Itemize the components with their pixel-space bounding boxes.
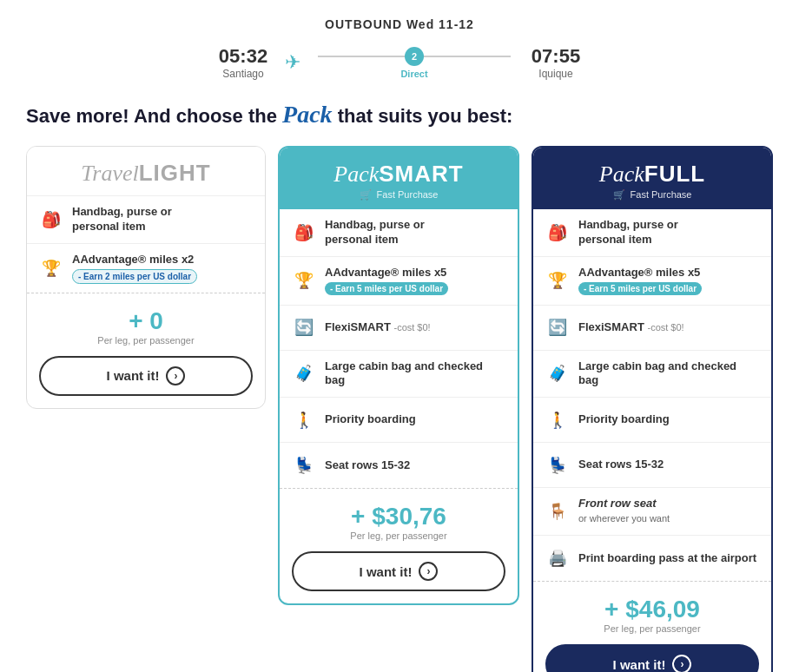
- priority-icon-full: 🚶: [545, 408, 570, 432]
- handbag-icon-full: 🎒: [545, 221, 570, 245]
- handbag-text-smart: Handbag, purse orpersonal item: [325, 218, 425, 247]
- card-light-header: TravelLIGHT: [27, 147, 265, 196]
- seats-text-smart: Seat rows 15-32: [325, 458, 410, 473]
- card-full-features: 🎒 Handbag, purse orpersonal item 🏆 AAdva…: [533, 209, 771, 581]
- miles-badge-smart: - Earn 5 miles per US dollar: [325, 282, 448, 295]
- priority-text-full: Priority boarding: [578, 412, 670, 427]
- card-light: TravelLIGHT 🎒 Handbag, purse orpersonal …: [26, 146, 266, 409]
- miles-icon-smart: 🏆: [292, 268, 316, 293]
- departure-city: Santiago: [208, 68, 278, 80]
- card-full-fast-purchase: 🛒 Fast Purchase: [547, 189, 757, 201]
- flexi-cost-full: -cost $0!: [647, 322, 683, 333]
- cards-container: TravelLIGHT 🎒 Handbag, purse orpersonal …: [17, 146, 782, 672]
- page-header: OUTBOUND Wed 11-12: [17, 17, 782, 31]
- feature-priority-smart: 🚶 Priority boarding: [280, 398, 518, 443]
- card-smart-features: 🎒 Handbag, purse orpersonal item 🏆 AAdva…: [280, 209, 518, 488]
- card-smart-btn-arrow: ›: [419, 562, 438, 581]
- card-full: PackFULL 🛒 Fast Purchase 🎒 Handbag, purs…: [532, 146, 773, 672]
- card-full-btn[interactable]: I want it! ›: [545, 644, 759, 672]
- boarding-pass-text-full: Print boarding pass at the airport: [578, 551, 756, 566]
- card-light-btn[interactable]: I want it! ›: [39, 356, 253, 396]
- card-full-btn-arrow: ›: [672, 655, 691, 672]
- seats-icon-smart: 💺: [292, 453, 316, 478]
- feature-bag-smart: 🧳 Large cabin bag and checked bag: [280, 351, 518, 399]
- promo-text-after: that suits you best:: [333, 105, 513, 127]
- feature-handbag-full: 🎒 Handbag, purse orpersonal item: [533, 209, 771, 257]
- arrival-city: Iquique: [521, 68, 591, 80]
- promo-text-before: Save more! And choose the: [26, 105, 282, 127]
- card-light-price-sub: Per leg, per passenger: [39, 335, 253, 346]
- seats-text-full: Seat rows 15-32: [578, 458, 664, 472]
- fast-purchase-icon-smart: 🛒: [360, 189, 372, 200]
- card-light-btn-label: I want it!: [107, 368, 160, 383]
- bag-text-smart: Large cabin bag and checked bag: [325, 359, 505, 389]
- outbound-title: OUTBOUND Wed 11-12: [325, 17, 474, 31]
- boarding-pass-icon-full: 🖨️: [545, 546, 570, 570]
- flexi-text-full: FlexiSMART -cost $0!: [578, 320, 684, 335]
- card-full-title: PackFULL: [547, 160, 757, 188]
- feature-seats-smart: 💺 Seat rows 15-32: [280, 443, 518, 488]
- flexi-icon-smart: 🔄: [292, 315, 316, 339]
- card-full-price-sub: Per leg, per passenger: [545, 623, 759, 634]
- promo-heading: Save more! And choose the Pack that suit…: [17, 101, 782, 128]
- feature-handbag-smart: 🎒 Handbag, purse orpersonal item: [280, 209, 518, 257]
- feature-priority-full: 🚶 Priority boarding: [533, 398, 771, 443]
- feature-flexi-full: 🔄 FlexiSMART -cost $0!: [533, 306, 771, 351]
- flight-info: 05:32 Santiago ✈ 2 Direct 07:55 Iquique: [17, 45, 782, 80]
- feature-flexi-smart: 🔄 FlexiSMART -cost $0!: [280, 306, 518, 351]
- feature-frontrow-full: 🪑 Front row seat or wherever you want: [533, 488, 771, 536]
- feature-miles-light: 🏆 AAdvantage® miles x2 - Earn 2 miles pe…: [27, 244, 265, 293]
- miles-badge-full: - Earn 5 miles per US dollar: [578, 282, 702, 295]
- miles-badge-light: - Earn 2 miles per US dollar: [72, 269, 197, 284]
- card-smart-title: PackSMART: [294, 160, 504, 188]
- miles-text-smart: AAdvantage® miles x5 - Earn 5 miles per …: [325, 266, 448, 296]
- card-smart-fast-purchase: 🛒 Fast Purchase: [294, 189, 504, 201]
- card-smart-header: PackSMART 🛒 Fast Purchase: [280, 148, 518, 209]
- promo-pack-word: Pack: [282, 101, 333, 128]
- miles-icon-full: 🏆: [545, 268, 570, 293]
- frontrow-icon-full: 🪑: [545, 499, 570, 524]
- card-light-title: TravelLIGHT: [41, 159, 251, 187]
- feature-boarding-pass-full: 🖨️ Print boarding pass at the airport: [533, 536, 771, 581]
- handbag-text-light: Handbag, purse orpersonal item: [72, 205, 172, 234]
- stops-dot: 2: [405, 47, 424, 66]
- fast-purchase-icon-full: 🛒: [613, 189, 625, 200]
- feature-handbag-light: 🎒 Handbag, purse orpersonal item: [27, 196, 265, 244]
- frontrow-italic: Front row seat: [578, 497, 657, 510]
- flight-line: 2 Direct: [318, 47, 511, 79]
- feature-miles-full: 🏆 AAdvantage® miles x5 - Earn 5 miles pe…: [533, 257, 771, 306]
- card-full-footer: + $46,09 Per leg, per passenger I want i…: [533, 581, 771, 672]
- arrival-block: 07:55 Iquique: [521, 45, 591, 80]
- direct-label: Direct: [400, 69, 427, 79]
- flexi-text-smart: FlexiSMART -cost $0!: [325, 320, 431, 335]
- card-smart-btn-label: I want it!: [360, 564, 413, 579]
- arrival-time: 07:55: [521, 45, 591, 68]
- feature-bag-full: 🧳 Large cabin bag and checked bag: [533, 351, 771, 399]
- card-light-price: + 0: [39, 307, 253, 335]
- line-left: [318, 56, 405, 57]
- handbag-text-full: Handbag, purse orpersonal item: [578, 218, 678, 247]
- frontrow-sub: or wherever you want: [578, 513, 670, 524]
- line-right: [424, 56, 511, 57]
- card-light-features: 🎒 Handbag, purse orpersonal item 🏆 AAdva…: [27, 196, 265, 293]
- card-smart-price-sub: Per leg, per passenger: [292, 530, 505, 541]
- card-full-price: + $46,09: [545, 596, 759, 623]
- card-light-btn-arrow: ›: [166, 366, 185, 385]
- seats-icon-full: 💺: [545, 453, 570, 478]
- card-smart: PackSMART 🛒 Fast Purchase 🎒 Handbag, pur…: [278, 146, 519, 605]
- card-full-header: PackFULL 🛒 Fast Purchase: [533, 148, 771, 209]
- bag-icon-full: 🧳: [545, 361, 570, 385]
- flexi-cost-smart: -cost $0!: [393, 322, 430, 333]
- card-light-footer: + 0 Per leg, per passenger I want it! ›: [27, 293, 265, 408]
- card-smart-btn[interactable]: I want it! ›: [292, 551, 505, 591]
- card-smart-footer: + $30,76 Per leg, per passenger I want i…: [280, 488, 518, 603]
- miles-text-light: AAdvantage® miles x2 - Earn 2 miles per …: [72, 253, 197, 284]
- frontrow-text-full: Front row seat or wherever you want: [578, 497, 670, 526]
- card-smart-price: + $30,76: [292, 503, 505, 530]
- bag-icon-smart: 🧳: [292, 361, 316, 385]
- handbag-icon-light: 🎒: [39, 208, 63, 232]
- departure-block: 05:32 Santiago: [208, 45, 278, 80]
- card-full-btn-label: I want it!: [613, 657, 666, 672]
- feature-seats-full: 💺 Seat rows 15-32: [533, 443, 771, 488]
- feature-miles-smart: 🏆 AAdvantage® miles x5 - Earn 5 miles pe…: [280, 257, 518, 306]
